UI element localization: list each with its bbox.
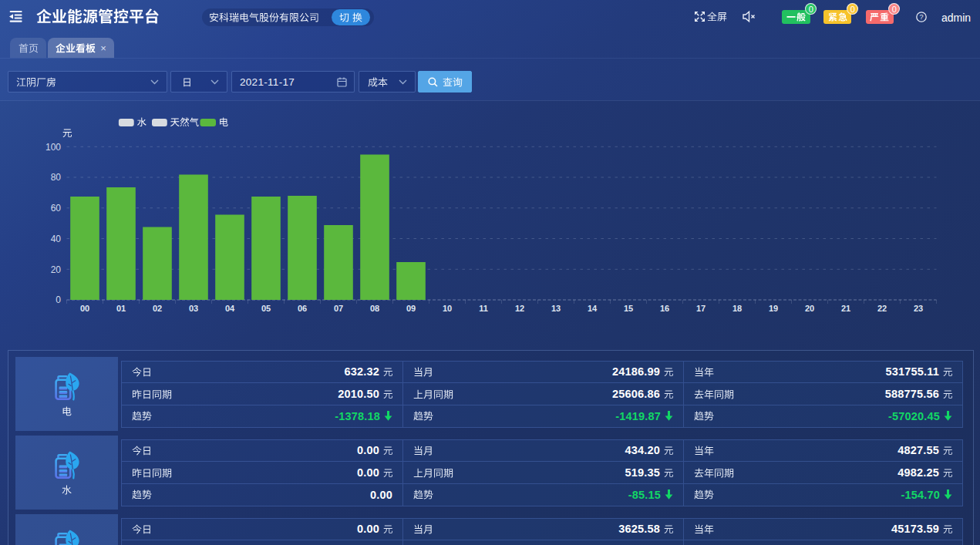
svg-text:16: 16 bbox=[660, 304, 669, 313]
svg-text:10: 10 bbox=[443, 304, 452, 313]
svg-text:18: 18 bbox=[732, 304, 742, 313]
svg-text:22: 22 bbox=[877, 304, 887, 313]
svg-text:40: 40 bbox=[51, 234, 62, 244]
svg-text:09: 09 bbox=[406, 304, 416, 313]
svg-text:23: 23 bbox=[914, 304, 923, 313]
svg-text:?: ? bbox=[919, 13, 923, 21]
svg-text:01: 01 bbox=[116, 304, 126, 313]
svg-text:0: 0 bbox=[56, 294, 61, 305]
svg-text:15: 15 bbox=[624, 304, 633, 313]
svg-text:05: 05 bbox=[261, 304, 271, 313]
svg-text:13: 13 bbox=[551, 304, 561, 313]
svg-text:11: 11 bbox=[479, 304, 488, 313]
svg-text:07: 07 bbox=[334, 304, 343, 313]
svg-text:08: 08 bbox=[370, 304, 379, 313]
svg-text:03: 03 bbox=[189, 304, 198, 313]
svg-text:00: 00 bbox=[80, 304, 89, 313]
svg-text:02: 02 bbox=[153, 304, 162, 313]
svg-text:12: 12 bbox=[515, 304, 524, 313]
svg-text:80: 80 bbox=[51, 172, 62, 183]
svg-text:100: 100 bbox=[45, 142, 61, 153]
svg-text:21: 21 bbox=[841, 304, 850, 313]
svg-text:60: 60 bbox=[51, 203, 62, 214]
svg-text:04: 04 bbox=[225, 304, 235, 313]
svg-text:06: 06 bbox=[298, 304, 307, 313]
svg-text:20: 20 bbox=[51, 264, 62, 275]
svg-text:20: 20 bbox=[805, 304, 814, 313]
svg-text:17: 17 bbox=[696, 304, 706, 313]
svg-text:14: 14 bbox=[588, 304, 598, 313]
svg-text:19: 19 bbox=[769, 304, 778, 313]
